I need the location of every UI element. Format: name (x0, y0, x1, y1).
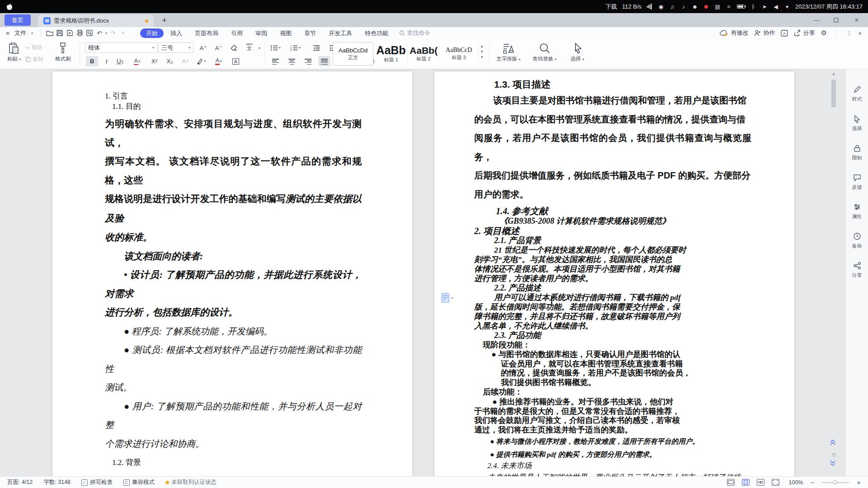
superscript-button[interactable]: X² (148, 56, 160, 66)
document-tab[interactable]: W 需求规格说明书.docx (38, 14, 154, 27)
numbered-list-button[interactable]: 123▾ (289, 42, 302, 53)
sidebar-item-properties[interactable]: 属性 (852, 203, 862, 220)
justify-button[interactable] (318, 56, 330, 66)
usb-icon[interactable]: ➤ (761, 3, 768, 10)
find-command[interactable]: 查找命令 (399, 29, 430, 37)
find-replace-button[interactable]: 查找替换 ▾ (533, 42, 557, 62)
highlight-button[interactable]: ▾ (195, 56, 208, 66)
style-normal[interactable]: AaBbCcDd 正文 (333, 42, 373, 66)
font-name-combo[interactable]: 楷体 ▾ (85, 42, 157, 53)
sidebar-item-restrict[interactable]: 限制 (852, 144, 862, 161)
battery-icon[interactable] (737, 3, 745, 10)
tab-section[interactable]: 章节 (298, 28, 322, 38)
document-page-right[interactable]: 1.3. 项目描述 该项目主要是对图书馆书籍进行借阅和管理，若用户是该图书馆 的… (434, 71, 794, 476)
os-logo-icon[interactable] (5, 3, 14, 11)
open-icon[interactable] (45, 30, 55, 36)
tab-dev-tools[interactable]: 开发工具 (323, 28, 358, 38)
browse-object-button[interactable] (830, 450, 837, 458)
spell-check-toggle[interactable]: ✓ 拼写检查 (81, 479, 113, 486)
sidebar-item-select[interactable]: 选择 (852, 115, 862, 132)
paste-button[interactable]: 粘贴 ▾ (7, 42, 21, 62)
select-button[interactable]: 选择 ▾ (571, 42, 584, 62)
customize-quickbar-icon[interactable]: ▿ (118, 31, 128, 35)
eye-protection-icon[interactable] (757, 479, 764, 486)
file-menu-caret-icon[interactable]: ▾ (27, 31, 37, 35)
undo-icon[interactable]: ↶ (94, 30, 104, 37)
bold-button[interactable]: B (86, 56, 98, 66)
collab-button[interactable]: 协作 (754, 29, 775, 37)
styles-gallery-more-icon[interactable]: ▼ (480, 55, 484, 59)
tab-references[interactable]: 引用 (225, 28, 249, 38)
fullscreen-icon[interactable] (772, 479, 779, 486)
tray-record-icon[interactable]: ◉ (658, 3, 664, 10)
styles-scroll-down-icon[interactable]: ▼ (480, 50, 484, 54)
tray-clipboard-icon[interactable]: ▤ (714, 3, 721, 10)
undo-caret-icon[interactable]: ▾ (104, 31, 108, 35)
style-heading3[interactable]: AaBbCcD 标题 3 (439, 42, 478, 66)
zoom-percent[interactable]: 100% (787, 479, 803, 486)
tab-insert[interactable]: 插入 (165, 28, 188, 38)
read-layout-icon[interactable] (727, 479, 735, 486)
zoom-slider[interactable] (821, 482, 849, 483)
tray-user-icon[interactable]: ☻ (692, 3, 698, 10)
pinyin-caret-icon[interactable]: ▾ (259, 46, 260, 50)
zoom-in-button[interactable]: + (857, 479, 861, 486)
sidebar-item-share[interactable]: 分享 (852, 262, 862, 279)
strikethrough-button[interactable]: A▾ (131, 56, 143, 66)
underline-button[interactable]: U▾ (114, 56, 126, 66)
close-button[interactable]: × (854, 16, 860, 24)
format-painter-button[interactable]: 格式刷 (55, 42, 71, 62)
home-tab-button[interactable]: 首页 (5, 14, 31, 26)
tray-music-icon[interactable]: ♫ (669, 3, 675, 10)
settings-gear-icon[interactable]: ⚙ (821, 29, 826, 37)
decrease-indent-button[interactable] (310, 42, 322, 53)
more-options-icon[interactable]: ⋮ (846, 30, 852, 37)
network-graph-icon[interactable] (646, 3, 653, 10)
share-button[interactable]: 分享 (794, 29, 815, 37)
tab-special-features[interactable]: 特色功能 (359, 28, 394, 38)
new-tab-button[interactable]: + (162, 16, 167, 24)
print-preview-icon[interactable] (85, 30, 94, 36)
tray-chevron-icon[interactable]: ▾ (784, 3, 790, 10)
maximize-button[interactable] (834, 18, 840, 23)
save-icon[interactable] (55, 30, 65, 36)
export-pdf-icon[interactable] (65, 30, 75, 36)
clock[interactable]: 2023/12/07 周四 16:43:17 (795, 3, 863, 11)
pinyin-guide-button[interactable]: wén 文 (243, 42, 255, 52)
tab-view[interactable]: 视图 (274, 28, 297, 38)
redo-icon[interactable]: ↷ (108, 30, 118, 37)
next-page-button[interactable] (830, 460, 837, 466)
hamburger-icon[interactable]: ≡ (3, 30, 13, 37)
modified-status[interactable]: 有修改 (720, 29, 748, 37)
zoom-out-button[interactable]: − (810, 479, 814, 486)
align-right-button[interactable] (302, 56, 314, 66)
tray-bell-icon[interactable]: ♪ (680, 3, 687, 10)
sidebar-item-styles[interactable]: 样式 (852, 85, 862, 103)
bluetooth-icon[interactable]: ᛒ (750, 3, 756, 10)
collapse-ribbon-icon[interactable]: ∧ (858, 30, 862, 36)
print-icon[interactable] (75, 30, 85, 36)
sidebar-item-feedback[interactable]: 反馈 (852, 174, 862, 191)
sidebar-item-backup[interactable]: 备份 (852, 232, 862, 249)
page-layout-icon[interactable] (742, 479, 750, 486)
tab-page-layout[interactable]: 页面布局 (189, 28, 224, 38)
previous-page-button[interactable] (830, 439, 837, 446)
cut-button[interactable]: ✂剪切 (25, 44, 42, 51)
char-scale-button[interactable]: A▾ (179, 56, 191, 66)
decrease-font-button[interactable]: A⁻ (212, 42, 225, 53)
text-layout-button[interactable]: 文字排版 ▾ (496, 42, 520, 62)
bullet-list-button[interactable]: ▾ (269, 42, 282, 53)
align-center-button[interactable] (286, 56, 298, 66)
increase-font-button[interactable]: A⁺ (197, 42, 209, 53)
style-heading1[interactable]: AaBb 标题 1 (374, 42, 408, 66)
italic-button[interactable]: I (100, 56, 113, 66)
file-menu[interactable]: 文件 (14, 29, 26, 37)
font-color-button[interactable]: A▾ (212, 56, 225, 66)
tray-keyboard-icon[interactable]: ⌗ (726, 3, 732, 10)
copy-button[interactable]: 复制 (25, 56, 43, 63)
paste-options-anchor[interactable]: ▾ (441, 293, 453, 303)
volume-icon[interactable]: ◀ (773, 3, 779, 10)
compat-mode-indicator[interactable]: C 兼容模式 (123, 479, 155, 486)
style-heading2[interactable]: AaBb( 标题 2 (409, 42, 439, 66)
word-count[interactable]: 字数: 3148 (43, 479, 71, 486)
